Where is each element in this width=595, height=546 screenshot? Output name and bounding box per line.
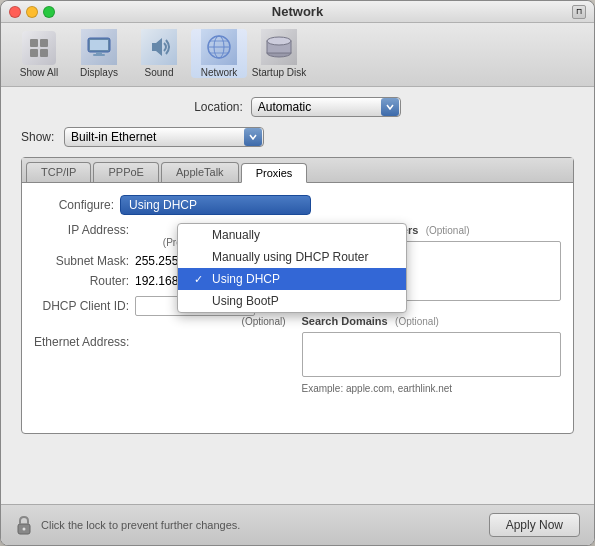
svg-rect-1 — [40, 39, 48, 47]
apply-now-button[interactable]: Apply Now — [489, 513, 580, 537]
window-title: Network — [272, 4, 323, 19]
search-domains-label: Search Domains — [302, 315, 388, 327]
location-label: Location: — [194, 100, 243, 114]
subnet-mask-label: Subnet Mask: — [34, 254, 129, 268]
svg-point-18 — [23, 528, 26, 531]
dhcp-client-note: (Optional) — [34, 316, 294, 327]
lock-section: Click the lock to prevent further change… — [15, 515, 240, 535]
svg-rect-2 — [30, 49, 38, 57]
main-content: Location: Automatic Home Office Show: Bu… — [1, 87, 594, 504]
tab-panel: TCP/IP PPPoE AppleTalk Proxies Configure… — [21, 157, 574, 434]
title-bar: Network ⊓ — [1, 1, 594, 23]
show-select-wrapper[interactable]: Built-in Ethernet AirPort Internal Modem — [64, 127, 264, 147]
svg-point-16 — [267, 37, 291, 45]
tab-proxies[interactable]: Proxies — [241, 163, 308, 183]
configure-row: Configure: Using DHCP Manually Manually … — [34, 195, 561, 215]
svg-marker-8 — [152, 38, 162, 56]
lock-text: Click the lock to prevent further change… — [41, 519, 240, 531]
configure-dropdown: Manually Manually using DHCP Router ✓ Us… — [177, 223, 407, 313]
show-row: Show: Built-in Ethernet AirPort Internal… — [21, 127, 574, 147]
svg-rect-5 — [90, 40, 108, 50]
show-label: Show: — [21, 130, 56, 144]
svg-rect-3 — [40, 49, 48, 57]
svg-rect-7 — [93, 54, 105, 56]
location-row: Location: Automatic Home Office — [21, 97, 574, 117]
startup-disk-label: Startup Disk — [252, 67, 306, 78]
network-label: Network — [201, 67, 238, 78]
dhcp-client-label: DHCP Client ID: — [34, 299, 129, 313]
toolbar-item-sound[interactable]: Sound — [131, 29, 187, 78]
dropdown-item-using-bootp[interactable]: Using BootP — [178, 290, 406, 312]
network-preferences-window: Network ⊓ Show All — [0, 0, 595, 546]
show-all-icon — [22, 31, 56, 65]
displays-label: Displays — [80, 67, 118, 78]
dropdown-item-manually-dhcp-router[interactable]: Manually using DHCP Router — [178, 246, 406, 268]
search-domains-header: Search Domains (Optional) — [302, 314, 562, 328]
router-label: Router: — [34, 274, 129, 288]
configure-select[interactable]: Using DHCP Manually Manually using DHCP … — [120, 195, 311, 215]
sound-icon — [141, 29, 177, 65]
startup-disk-icon — [261, 29, 297, 65]
show-select[interactable]: Built-in Ethernet AirPort Internal Modem — [64, 127, 264, 147]
displays-icon — [81, 29, 117, 65]
tab-bar: TCP/IP PPPoE AppleTalk Proxies — [22, 158, 573, 183]
tab-content: Configure: Using DHCP Manually Manually … — [22, 183, 573, 433]
search-domains-input[interactable] — [302, 332, 562, 377]
tab-appletalk[interactable]: AppleTalk — [161, 162, 239, 182]
ip-address-label: IP Address: — [34, 223, 129, 237]
sound-label: Sound — [145, 67, 174, 78]
dns-optional: (Optional) — [426, 225, 470, 236]
toolbar-item-displays[interactable]: Displays — [71, 29, 127, 78]
network-icon — [201, 29, 237, 65]
location-select-wrapper[interactable]: Automatic Home Office — [251, 97, 401, 117]
show-all-label: Show All — [20, 67, 58, 78]
traffic-lights — [9, 6, 55, 18]
minimize-button[interactable] — [26, 6, 38, 18]
close-button[interactable] — [9, 6, 21, 18]
configure-label: Configure: — [34, 198, 114, 212]
lock-icon[interactable] — [15, 515, 33, 535]
search-domains-optional: (Optional) — [395, 316, 439, 327]
tab-tcp-ip[interactable]: TCP/IP — [26, 162, 91, 182]
toolbar-item-network[interactable]: Network — [191, 29, 247, 78]
toolbar-item-show-all[interactable]: Show All — [11, 31, 67, 78]
tab-pppoe[interactable]: PPPoE — [93, 162, 158, 182]
maximize-button[interactable] — [43, 6, 55, 18]
toolbar: Show All Displays Sound — [1, 23, 594, 87]
resize-button[interactable]: ⊓ — [572, 5, 586, 19]
ethernet-address-label: Ethernet Address: — [34, 335, 129, 349]
search-example: Example: apple.com, earthlink.net — [302, 383, 562, 394]
toolbar-item-startup-disk[interactable]: Startup Disk — [251, 29, 307, 78]
dropdown-item-manually[interactable]: Manually — [178, 224, 406, 246]
ethernet-address-row: Ethernet Address: — [34, 335, 294, 349]
svg-rect-0 — [30, 39, 38, 47]
configure-select-wrapper[interactable]: Using DHCP Manually Manually using DHCP … — [120, 195, 311, 215]
bottom-bar: Click the lock to prevent further change… — [1, 504, 594, 545]
location-select[interactable]: Automatic Home Office — [251, 97, 401, 117]
dropdown-item-using-dhcp[interactable]: ✓ Using DHCP — [178, 268, 406, 290]
